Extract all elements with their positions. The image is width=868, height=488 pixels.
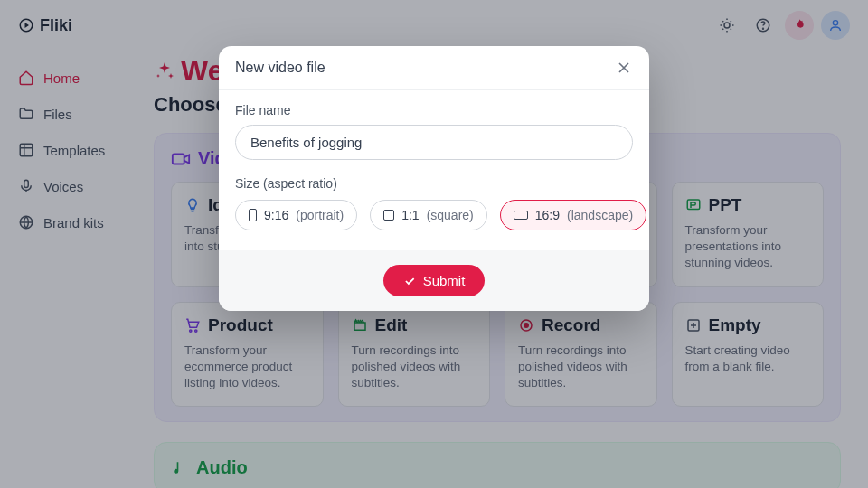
- aspect-ratio-label: 9:16: [264, 208, 288, 222]
- modal-header: New video file: [219, 46, 649, 90]
- size-label: Size (aspect ratio): [235, 176, 633, 191]
- aspect-ratio-label: 16:9: [535, 208, 560, 222]
- file-name-input[interactable]: [235, 125, 633, 160]
- modal-footer: Submit: [219, 250, 649, 311]
- file-name-label: File name: [235, 103, 633, 117]
- aspect-hint: (portrait): [296, 208, 344, 222]
- aspect-ratio-group: 9:16 (portrait) 1:1 (square) 16:9 (lands…: [235, 200, 633, 230]
- square-icon: [383, 210, 394, 221]
- aspect-portrait[interactable]: 9:16 (portrait): [235, 200, 357, 230]
- close-icon[interactable]: [615, 59, 633, 77]
- aspect-ratio-label: 1:1: [401, 208, 419, 222]
- check-icon: [403, 275, 416, 287]
- aspect-square[interactable]: 1:1 (square): [370, 200, 487, 230]
- aspect-landscape[interactable]: 16:9 (landscape): [500, 200, 646, 230]
- aspect-hint: (square): [427, 208, 474, 222]
- submit-button[interactable]: Submit: [383, 265, 486, 296]
- submit-label: Submit: [423, 273, 466, 288]
- landscape-icon: [514, 211, 528, 220]
- aspect-hint: (landscape): [567, 208, 633, 222]
- modal-title: New video file: [235, 60, 326, 76]
- portrait-icon: [249, 209, 257, 221]
- new-video-modal: New video file File name Size (aspect ra…: [219, 46, 649, 311]
